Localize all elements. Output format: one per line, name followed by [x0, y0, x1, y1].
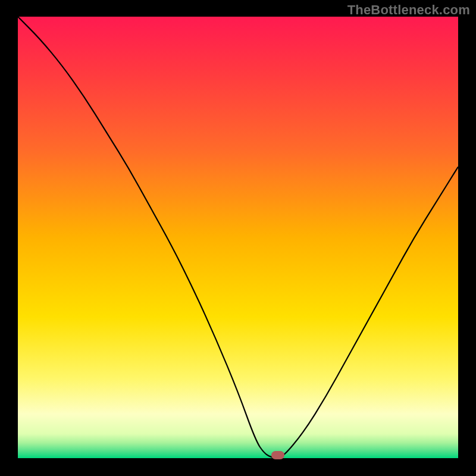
plot-area	[18, 17, 458, 458]
attribution-label: TheBottleneck.com	[347, 2, 470, 18]
chart-frame: TheBottleneck.com	[0, 0, 476, 476]
optimal-point-marker	[271, 451, 284, 459]
chart-svg	[18, 17, 458, 458]
